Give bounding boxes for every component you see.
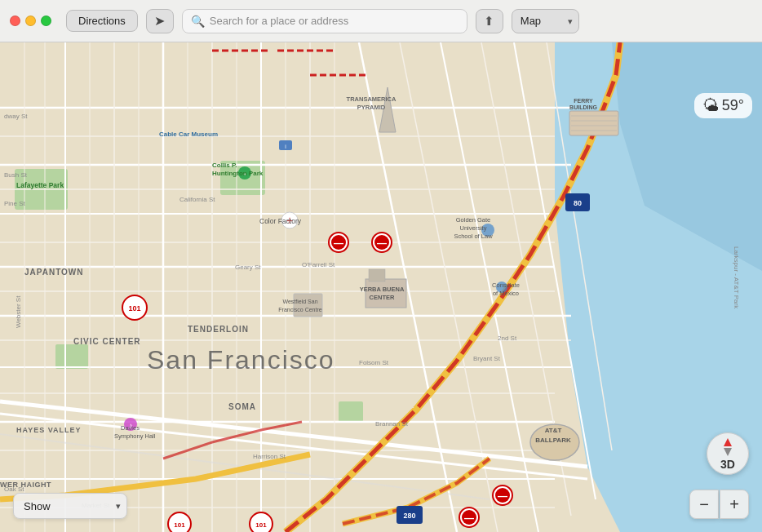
svg-text:CENTER: CENTER bbox=[370, 294, 395, 301]
show-dropdown-container[interactable]: Show Traffic Satellite Points of Interes… bbox=[13, 493, 127, 519]
share-button[interactable]: ⬆ bbox=[476, 9, 503, 33]
map-type-selector[interactable]: Map Transit Satellite Hybrid bbox=[512, 9, 579, 33]
svg-text:Westfield San: Westfield San bbox=[282, 299, 317, 304]
svg-text:JAPANTOWN: JAPANTOWN bbox=[24, 268, 84, 277]
zoom-in-button[interactable]: + bbox=[720, 490, 749, 519]
svg-text:Symphony Hall: Symphony Hall bbox=[114, 432, 156, 440]
svg-text:PYRAMID: PYRAMID bbox=[357, 104, 386, 111]
svg-text:280: 280 bbox=[403, 512, 415, 520]
svg-text:Lafayette Park: Lafayette Park bbox=[16, 181, 64, 189]
current-location-button[interactable]: ➤ bbox=[146, 9, 174, 33]
svg-text:Davies: Davies bbox=[121, 424, 140, 432]
svg-text:O'Farrell St: O'Farrell St bbox=[302, 261, 335, 268]
temperature-display: 59° bbox=[722, 97, 744, 114]
svg-text:SOMA: SOMA bbox=[228, 402, 256, 411]
svg-text:HAYES VALLEY: HAYES VALLEY bbox=[16, 426, 82, 434]
svg-text:of Mexico: of Mexico bbox=[493, 290, 519, 297]
svg-text:Bryant St: Bryant St bbox=[473, 355, 501, 362]
show-select[interactable]: Show Traffic Satellite Points of Interes… bbox=[13, 493, 127, 519]
svg-text:—: — bbox=[464, 512, 474, 524]
zoom-out-icon: − bbox=[699, 495, 709, 514]
show-selector[interactable]: Show Traffic Satellite Points of Interes… bbox=[13, 493, 127, 519]
svg-text:Oak St: Oak St bbox=[4, 485, 24, 493]
compass-north-icon bbox=[724, 438, 732, 446]
svg-text:CIVIC CENTER: CIVIC CENTER bbox=[73, 337, 141, 346]
svg-text:—: — bbox=[377, 237, 387, 249]
svg-text:San Francisco: San Francisco bbox=[147, 345, 335, 375]
svg-text:101: 101 bbox=[174, 521, 185, 529]
search-bar[interactable]: 🔍 Search for a place or address bbox=[182, 9, 467, 33]
svg-text:Francisco Centre: Francisco Centre bbox=[278, 307, 321, 313]
titlebar: Directions ➤ 🔍 Search for a place or add… bbox=[0, 0, 762, 42]
svg-text:Color Factory: Color Factory bbox=[259, 217, 302, 225]
svg-text:Huntington Park: Huntington Park bbox=[212, 170, 264, 177]
3d-label: 3D bbox=[720, 459, 735, 470]
svg-text:Harrison St: Harrison St bbox=[253, 453, 286, 460]
weather-icon: 🌤 bbox=[702, 96, 719, 115]
svg-text:Golden Gate: Golden Gate bbox=[456, 216, 491, 224]
svg-rect-4 bbox=[339, 401, 363, 422]
svg-rect-85 bbox=[369, 269, 385, 282]
svg-text:California St: California St bbox=[179, 196, 215, 203]
svg-text:Collis P.: Collis P. bbox=[212, 162, 237, 169]
svg-text:University: University bbox=[460, 224, 487, 232]
3d-view-button[interactable]: 3D bbox=[707, 432, 749, 475]
svg-text:TENDERLOIN: TENDERLOIN bbox=[188, 325, 249, 334]
svg-text:TRANSAMERICA: TRANSAMERICA bbox=[347, 95, 397, 103]
directions-button[interactable]: Directions bbox=[66, 10, 138, 32]
zoom-controls: − + bbox=[689, 490, 749, 519]
map-svg: — — — — 80 101 101 101 280 bbox=[0, 42, 762, 532]
search-placeholder: Search for a place or address bbox=[210, 15, 349, 27]
svg-text:YERBA BUENA: YERBA BUENA bbox=[360, 286, 405, 293]
map-type-select[interactable]: Map Transit Satellite Hybrid bbox=[512, 9, 579, 33]
fullscreen-button[interactable] bbox=[41, 16, 51, 26]
svg-text:Folsom St: Folsom St bbox=[359, 359, 389, 366]
svg-text:School of Law: School of Law bbox=[454, 233, 493, 240]
share-icon: ⬆ bbox=[484, 14, 494, 29]
location-icon: ➤ bbox=[154, 13, 165, 29]
svg-rect-86 bbox=[294, 294, 322, 317]
svg-text:Webster St: Webster St bbox=[15, 295, 22, 328]
svg-text:Bush St: Bush St bbox=[4, 171, 28, 179]
svg-text:Cable Car Museum: Cable Car Museum bbox=[159, 131, 218, 138]
zoom-out-button[interactable]: − bbox=[689, 490, 719, 519]
search-icon: 🔍 bbox=[191, 15, 205, 28]
minimize-button[interactable] bbox=[25, 16, 36, 26]
svg-text:FERRY: FERRY bbox=[574, 98, 593, 104]
map-container[interactable]: — — — — 80 101 101 101 280 bbox=[0, 42, 762, 532]
svg-text:dway St: dway St bbox=[4, 113, 28, 120]
svg-text:—: — bbox=[498, 490, 507, 502]
svg-text:BUILDING: BUILDING bbox=[569, 104, 597, 110]
svg-text:Pine St: Pine St bbox=[4, 200, 26, 207]
svg-text:101: 101 bbox=[255, 521, 267, 529]
svg-text:2nd St: 2nd St bbox=[498, 335, 517, 342]
svg-text:Geary St: Geary St bbox=[235, 264, 261, 271]
svg-rect-75 bbox=[569, 111, 618, 135]
svg-text:80: 80 bbox=[574, 199, 582, 207]
window-controls bbox=[10, 16, 51, 26]
svg-text:BALLPARK: BALLPARK bbox=[535, 437, 571, 444]
svg-text:Consulate: Consulate bbox=[492, 282, 520, 289]
svg-text:AT&T: AT&T bbox=[545, 427, 562, 434]
svg-text:101: 101 bbox=[128, 304, 140, 313]
weather-badge: 🌤 59° bbox=[694, 93, 752, 118]
svg-text:Larkspur - AT&T Park: Larkspur - AT&T Park bbox=[733, 246, 740, 309]
zoom-in-icon: + bbox=[729, 495, 739, 514]
svg-text:—: — bbox=[334, 237, 343, 249]
svg-rect-3 bbox=[55, 344, 88, 369]
compass-south-icon bbox=[724, 448, 732, 456]
close-button[interactable] bbox=[10, 16, 20, 26]
svg-text:Brannan St: Brannan St bbox=[375, 420, 409, 428]
directions-label: Directions bbox=[78, 15, 126, 27]
